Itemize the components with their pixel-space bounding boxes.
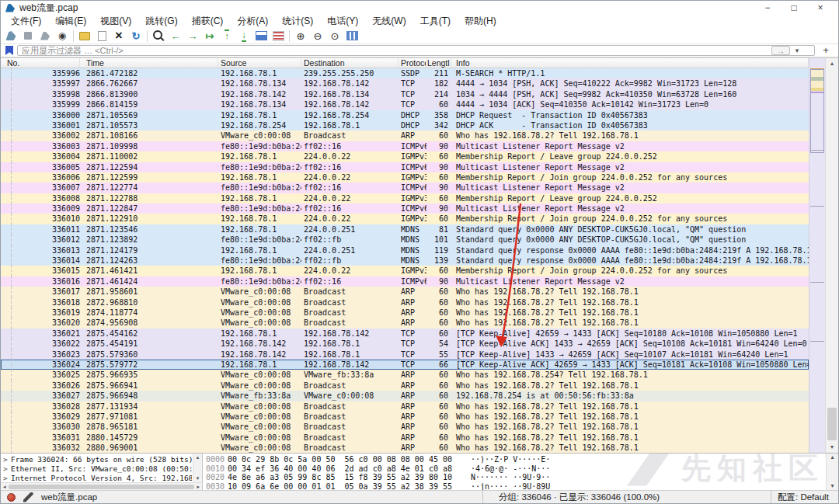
scroll-right-icon[interactable]: ▸ — [197, 484, 200, 490]
packet-row[interactable]: 3360292877.971081VMware_c0:00:08Broadcas… — [1, 412, 809, 422]
hex-row[interactable]: 001000 34 ef 36 40 00 40 06 2d ad c0 a8 … — [206, 464, 824, 474]
apply-filter-button[interactable]: → — [771, 46, 790, 55]
packet-row[interactable]: 3360302878.965181VMware_c0:00:08Broadcas… — [1, 422, 809, 432]
go-first-icon[interactable] — [218, 28, 235, 43]
scroll-up-icon[interactable]: ▴ — [193, 454, 202, 461]
stop-capture-icon[interactable] — [19, 28, 37, 43]
packet-row[interactable]: 3360022871.108166VMware_c0:00:08Broadcas… — [1, 130, 809, 141]
packet-list-header[interactable]: No.TimeSourceDestinationProtocolLengtlIn… — [1, 58, 809, 68]
expander-icon[interactable]: > — [3, 474, 11, 482]
menu-item[interactable]: 编辑(E) — [48, 15, 93, 28]
packet-row[interactable]: 3360182872.968810VMware_c0:00:08Broadcas… — [1, 297, 809, 308]
packet-row[interactable]: 3360152871.461421192.168.78.1224.0.0.22I… — [1, 266, 809, 276]
column-header-info[interactable]: Info — [451, 58, 809, 68]
scroll-left-icon[interactable]: ◂ — [3, 484, 6, 490]
colorize-icon[interactable] — [270, 28, 287, 43]
zoom-out-icon[interactable] — [309, 28, 326, 43]
start-capture-icon[interactable] — [2, 28, 19, 43]
packet-row[interactable]: 3360322880.969001VMware_c0:00:08Broadcas… — [1, 443, 809, 453]
column-header-no[interactable]: No. — [1, 58, 80, 68]
packet-row[interactable]: 3360082871.122788192.168.78.1224.0.0.22I… — [1, 193, 809, 203]
packet-row[interactable]: 3359992866.814159192.168.78.134192.168.7… — [1, 99, 809, 109]
packet-row[interactable]: 3360162871.461424fe80::1e9d:b0ba:248…ff0… — [1, 276, 809, 287]
scrollbar-thumb[interactable] — [827, 408, 837, 440]
detail-line[interactable]: >Frame 336024: 66 bytes on wire (528 bit… — [3, 455, 192, 464]
auto-scroll-icon[interactable] — [252, 28, 270, 43]
go-last-icon[interactable] — [235, 28, 252, 43]
reload-file-icon[interactable] — [127, 28, 144, 43]
menu-item[interactable]: 跳转(G) — [138, 15, 184, 28]
packet-row[interactable]: 3360272875.966948VMware_fb:33:8aVMware_c… — [1, 391, 809, 401]
packet-row[interactable]: 3360222875.454191192.168.78.142192.168.7… — [1, 339, 809, 349]
expander-icon[interactable]: > — [3, 464, 11, 474]
expert-info-icon[interactable] — [7, 493, 16, 502]
go-back-icon[interactable] — [167, 28, 184, 43]
packet-row[interactable]: 3360212875.454162192.168.78.1192.168.78.… — [1, 328, 809, 339]
zoom-in-icon[interactable] — [292, 28, 309, 43]
menu-item[interactable]: 无线(W) — [365, 15, 413, 28]
packet-row[interactable]: 3360122871.123892fe80::1e9d:b0ba:248…ff0… — [1, 235, 809, 245]
packet-row[interactable]: 3360232875.579360192.168.78.142192.168.7… — [1, 349, 809, 360]
packet-row[interactable]: 3360192874.118774VMware_c0:00:08Broadcas… — [1, 308, 809, 318]
details-vscrollbar[interactable]: ▴ ▾ — [193, 454, 202, 482]
detail-line[interactable]: >Ethernet II, Src: VMware_c0:00:08 (00:5… — [3, 464, 192, 474]
packet-row[interactable]: 3360132871.124179192.168.78.1224.0.0.251… — [1, 245, 809, 255]
minimize-button[interactable]: − — [754, 1, 781, 15]
bookmark-icon[interactable] — [5, 46, 13, 55]
packet-row[interactable]: 3360102871.122910192.168.78.1224.0.0.22I… — [1, 214, 809, 224]
add-filter-button[interactable]: + — [820, 44, 832, 57]
scroll-down-icon[interactable]: ▾ — [827, 482, 838, 490]
menu-item[interactable]: 捕获(C) — [185, 15, 231, 28]
intelligent-scrollbar-minimap[interactable] — [809, 58, 825, 453]
capture-options-icon[interactable] — [54, 28, 71, 43]
column-header-lengtl[interactable]: Lengtl — [426, 58, 451, 68]
find-packet-icon[interactable] — [150, 28, 167, 43]
scroll-down-icon[interactable]: ▾ — [826, 442, 838, 453]
hex-row[interactable]: 000000 0c 29 8b 0c 5a 00 50 56 c0 00 08 … — [206, 455, 824, 464]
packet-row[interactable]: 3360242875.579772192.168.78.1192.168.78.… — [1, 360, 809, 370]
filter-dropdown-icon[interactable]: ▾ — [792, 46, 802, 55]
column-header-source[interactable]: Source — [218, 58, 301, 68]
packet-row[interactable]: 3360052871.122594fe80::1e9d:b0ba:248…ff0… — [1, 162, 809, 172]
packet-row[interactable]: 3360142871.124263fe80::1e9d:b0ba:248…ff0… — [1, 255, 809, 266]
packet-row[interactable]: 3360032871.109998fe80::1e9d:b0ba:248…ff0… — [1, 141, 809, 151]
column-header-time[interactable]: Time — [80, 58, 218, 68]
menu-item[interactable]: 帮助(H) — [458, 15, 503, 28]
menu-item[interactable]: 统计(S) — [275, 15, 320, 28]
packet-row[interactable]: 3360172871.958601VMware_c0:00:08Broadcas… — [1, 287, 809, 297]
go-forward-icon[interactable] — [184, 28, 201, 43]
scroll-up-icon[interactable]: ▴ — [827, 454, 838, 461]
packet-row[interactable]: 3360012871.105573192.168.78.254192.168.7… — [1, 120, 809, 130]
packet-list-scrollbar[interactable]: ▴ ▾ — [825, 58, 838, 453]
save-file-icon[interactable] — [93, 28, 110, 43]
packet-row[interactable]: 3360092871.122847fe80::1e9d:b0ba:248…ff0… — [1, 203, 809, 214]
display-filter-input[interactable] — [17, 45, 815, 56]
packet-row[interactable]: 3359982866.813900192.168.78.142192.168.7… — [1, 89, 809, 99]
status-profile[interactable]: 配置: Default — [771, 492, 838, 503]
go-to-packet-icon[interactable] — [201, 28, 218, 43]
column-header-destination[interactable]: Destination — [301, 58, 399, 68]
zoom-normal-icon[interactable] — [326, 28, 343, 43]
maximize-button[interactable]: □ — [781, 1, 807, 15]
expander-icon[interactable]: > — [3, 455, 11, 464]
hex-row[interactable]: 003010 09 6a 6e 00 00 01 01 05 0a 39 55 … — [206, 482, 824, 491]
capture-comment-icon[interactable] — [23, 492, 33, 502]
menu-item[interactable]: 分析(A) — [230, 15, 275, 28]
scrollbar-thumb[interactable] — [9, 485, 195, 489]
restart-capture-icon[interactable] — [37, 28, 54, 43]
details-hscrollbar[interactable]: ◂ ▸ — [1, 482, 202, 490]
packet-row[interactable]: 3360252875.966935VMware_c0:00:08VMware_f… — [1, 370, 809, 380]
packet-row[interactable]: 3359962861.472182192.168.78.1239.255.255… — [1, 68, 809, 78]
menu-item[interactable]: 工具(T) — [413, 15, 458, 28]
packet-row[interactable]: 3360202874.956908VMware_c0:00:08Broadcas… — [1, 318, 809, 328]
open-file-icon[interactable] — [76, 28, 93, 43]
packet-row[interactable]: 3360312880.145729VMware_c0:00:08Broadcas… — [1, 433, 809, 443]
packet-row[interactable]: 3359972866.762667192.168.78.134192.168.7… — [1, 78, 809, 89]
resize-columns-icon[interactable] — [343, 28, 360, 43]
menu-item[interactable]: 电话(Y) — [320, 15, 365, 28]
close-button[interactable]: × — [807, 1, 834, 15]
packet-row[interactable]: 3360002871.105569192.168.78.1192.168.78.… — [1, 110, 809, 120]
scroll-down-icon[interactable]: ▾ — [193, 474, 202, 482]
close-file-icon[interactable] — [110, 28, 127, 43]
menu-item[interactable]: 视图(V) — [93, 15, 138, 28]
